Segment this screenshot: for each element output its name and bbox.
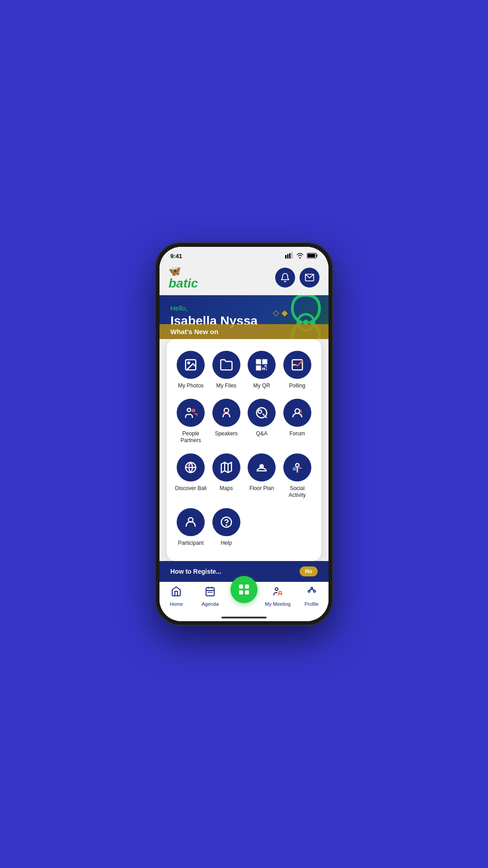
svg-point-65: [314, 590, 315, 592]
menu-item-qna[interactable]: Q&A: [245, 396, 279, 447]
menu-item-my-qr[interactable]: My QR: [245, 348, 279, 392]
svg-line-34: [300, 410, 301, 411]
nav-profile[interactable]: Profile: [298, 586, 325, 607]
svg-line-32: [265, 416, 267, 418]
menu-item-people-partners[interactable]: People Partners: [174, 396, 208, 447]
menu-item-polling[interactable]: Polling: [281, 348, 314, 392]
participant-label: Participant: [178, 540, 204, 547]
bottom-nav: Home Agenda: [160, 582, 328, 614]
discover-bali-label: Discover Bali: [175, 485, 206, 492]
home-icon: [171, 586, 182, 599]
menu-item-social-activity[interactable]: Social Activity: [281, 451, 314, 502]
menu-item-forum[interactable]: Forum: [281, 396, 314, 447]
svg-point-11: [188, 362, 190, 364]
svg-rect-59: [239, 590, 243, 594]
qna-icon-circle: [248, 399, 276, 427]
menu-item-discover-bali[interactable]: Discover Bali: [174, 451, 208, 502]
my-qr-label: My QR: [253, 382, 270, 390]
svg-rect-16: [264, 361, 266, 363]
agenda-icon: [205, 586, 216, 599]
home-indicator: [160, 614, 328, 621]
nav-agenda-label: Agenda: [202, 601, 219, 607]
polling-label: Polling: [289, 382, 305, 390]
forum-label: Forum: [289, 430, 305, 438]
status-bar: 9:41: [160, 247, 328, 262]
svg-rect-0: [285, 255, 286, 259]
logo-area: 🦋 batic: [169, 265, 198, 290]
svg-point-31: [258, 410, 262, 413]
svg-point-64: [308, 590, 310, 592]
menu-item-my-files[interactable]: My Files: [210, 348, 244, 392]
svg-point-26: [188, 408, 191, 412]
register-text: How to Registe...: [170, 568, 221, 575]
svg-rect-58: [245, 585, 249, 589]
wifi-icon: [296, 252, 304, 260]
my-meeting-icon: [272, 586, 283, 599]
menu-item-maps[interactable]: Maps: [210, 451, 244, 502]
discover-bali-icon-circle: [177, 453, 205, 481]
whatsnew-bar: What's New on: [160, 324, 328, 339]
logo-bird-icon: 🦋: [169, 265, 181, 277]
svg-point-63: [311, 587, 313, 589]
svg-line-23: [266, 369, 267, 370]
menu-grid: My Photos My Files: [174, 348, 314, 550]
forum-icon-circle: [283, 399, 311, 427]
nav-agenda[interactable]: Agenda: [197, 586, 224, 607]
svg-rect-6: [317, 255, 318, 257]
nav-my-meeting[interactable]: My Meeting: [264, 586, 291, 607]
speakers-label: Speakers: [215, 430, 238, 438]
participant-icon-circle: [177, 508, 205, 536]
maps-icon-circle: [212, 453, 240, 481]
message-button[interactable]: [300, 268, 319, 288]
svg-rect-3: [291, 252, 293, 259]
nav-home-label: Home: [170, 601, 183, 607]
nav-center-fab[interactable]: [230, 576, 258, 603]
help-icon-circle: [212, 508, 240, 536]
battery-icon: [307, 253, 318, 260]
nav-my-meeting-label: My Meeting: [265, 601, 291, 607]
status-icons: [285, 252, 318, 260]
speakers-icon-circle: [212, 399, 240, 427]
register-badge: Ho: [300, 566, 318, 576]
home-bar: [221, 617, 267, 618]
menu-item-help[interactable]: Help: [210, 505, 244, 550]
my-photos-label: My Photos: [178, 382, 204, 390]
menu-popup: My Photos My Files: [167, 339, 321, 561]
svg-rect-17: [258, 367, 260, 369]
maps-label: Maps: [220, 485, 233, 492]
status-time: 9:41: [170, 253, 182, 259]
my-files-label: My Files: [216, 382, 236, 390]
floor-plan-label: Floor Plan: [249, 485, 274, 492]
profile-icon: [306, 586, 317, 599]
my-files-icon-circle: [212, 351, 240, 379]
floor-plan-icon-circle: [248, 453, 276, 481]
nav-profile-label: Profile: [305, 601, 319, 607]
svg-rect-60: [245, 590, 249, 594]
menu-item-my-photos[interactable]: My Photos: [174, 348, 208, 392]
nav-home[interactable]: Home: [163, 586, 190, 607]
app-header: 🦋 batic: [160, 262, 328, 295]
whatsnew-text: What's New on: [170, 328, 218, 335]
menu-item-speakers[interactable]: Speakers: [210, 396, 244, 447]
my-qr-icon-circle: [248, 351, 276, 379]
people-partners-label: People Partners: [175, 430, 207, 444]
svg-rect-57: [239, 585, 243, 589]
svg-point-43: [296, 463, 299, 467]
svg-point-27: [192, 409, 195, 411]
svg-marker-38: [221, 462, 232, 473]
svg-point-42: [261, 466, 263, 467]
social-activity-label: Social Activity: [282, 485, 314, 499]
qna-label: Q&A: [256, 430, 267, 438]
svg-rect-1: [287, 254, 289, 259]
menu-item-participant[interactable]: Participant: [174, 505, 208, 550]
svg-rect-15: [258, 361, 260, 363]
polling-icon-circle: [283, 351, 311, 379]
logo-text: batic: [169, 277, 198, 290]
my-photos-icon-circle: [177, 351, 205, 379]
svg-point-61: [275, 588, 278, 590]
notification-button[interactable]: [275, 268, 295, 288]
people-partners-icon-circle: [177, 399, 205, 427]
social-activity-icon-circle: [283, 453, 311, 481]
svg-rect-2: [289, 253, 291, 259]
menu-item-floor-plan[interactable]: Floor Plan: [245, 451, 279, 502]
